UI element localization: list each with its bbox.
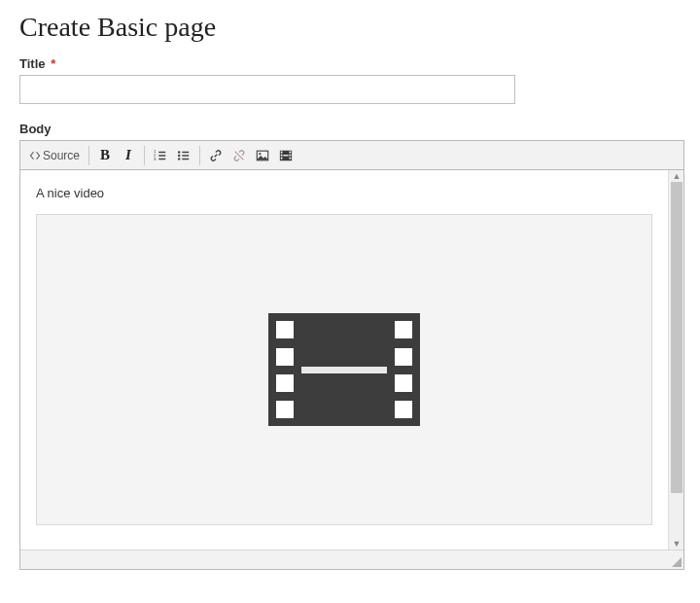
- rich-text-editor: Source B I 123: [19, 140, 684, 570]
- scroll-up-arrow[interactable]: ▲: [669, 170, 684, 182]
- svg-rect-14: [290, 157, 292, 159]
- scroll-thumb[interactable]: [671, 182, 682, 493]
- toolbar-separator: [144, 146, 145, 165]
- svg-rect-12: [290, 151, 292, 153]
- svg-rect-13: [290, 154, 292, 156]
- media-icon: [279, 149, 293, 162]
- svg-point-7: [259, 153, 261, 155]
- video-embed-placeholder[interactable]: [36, 214, 652, 525]
- unlink-button[interactable]: [228, 144, 251, 167]
- editor-scrollbar[interactable]: ▲ ▼: [668, 170, 683, 550]
- svg-rect-11: [281, 157, 283, 159]
- image-icon: [256, 149, 269, 162]
- film-icon: [268, 313, 420, 426]
- svg-rect-23: [395, 374, 412, 392]
- scroll-down-arrow[interactable]: ▼: [669, 538, 684, 550]
- unlink-icon: [232, 149, 246, 162]
- title-label: Title *: [19, 56, 682, 71]
- svg-point-4: [178, 154, 180, 156]
- media-button[interactable]: [274, 144, 298, 167]
- editor-content-area[interactable]: A nice video: [20, 170, 668, 550]
- svg-text:3: 3: [154, 157, 157, 161]
- svg-point-3: [178, 151, 180, 153]
- svg-point-5: [178, 158, 180, 160]
- italic-button[interactable]: I: [117, 144, 140, 167]
- image-button[interactable]: [251, 144, 274, 167]
- editor-toolbar: Source B I 123: [20, 141, 683, 170]
- toolbar-separator: [199, 146, 200, 165]
- ordered-list-button[interactable]: 123: [149, 144, 172, 167]
- svg-rect-10: [281, 154, 283, 156]
- source-button[interactable]: Source: [24, 144, 85, 167]
- link-icon: [209, 149, 223, 162]
- svg-rect-24: [395, 401, 412, 418]
- unordered-list-icon: [177, 149, 191, 162]
- page-title: Create Basic page: [19, 12, 682, 43]
- required-indicator: *: [51, 56, 55, 71]
- link-button[interactable]: [204, 144, 228, 167]
- source-icon: [29, 150, 41, 161]
- title-input[interactable]: [19, 75, 515, 104]
- body-paragraph: A nice video: [36, 186, 652, 200]
- title-label-text: Title: [19, 56, 46, 71]
- svg-rect-17: [276, 321, 294, 338]
- svg-rect-25: [301, 367, 387, 373]
- svg-rect-19: [276, 374, 294, 392]
- svg-rect-20: [276, 401, 294, 418]
- body-label: Body: [19, 122, 682, 136]
- svg-rect-18: [276, 348, 294, 366]
- svg-rect-9: [281, 151, 283, 153]
- bold-button[interactable]: B: [93, 144, 117, 167]
- toolbar-separator: [88, 146, 89, 165]
- source-label: Source: [43, 149, 80, 162]
- editor-statusbar: [20, 550, 683, 569]
- svg-rect-21: [395, 321, 412, 338]
- unordered-list-button[interactable]: [172, 144, 195, 167]
- svg-rect-15: [283, 155, 288, 156]
- svg-rect-22: [395, 348, 412, 366]
- resize-grip[interactable]: [672, 557, 682, 567]
- ordered-list-icon: 123: [154, 149, 167, 162]
